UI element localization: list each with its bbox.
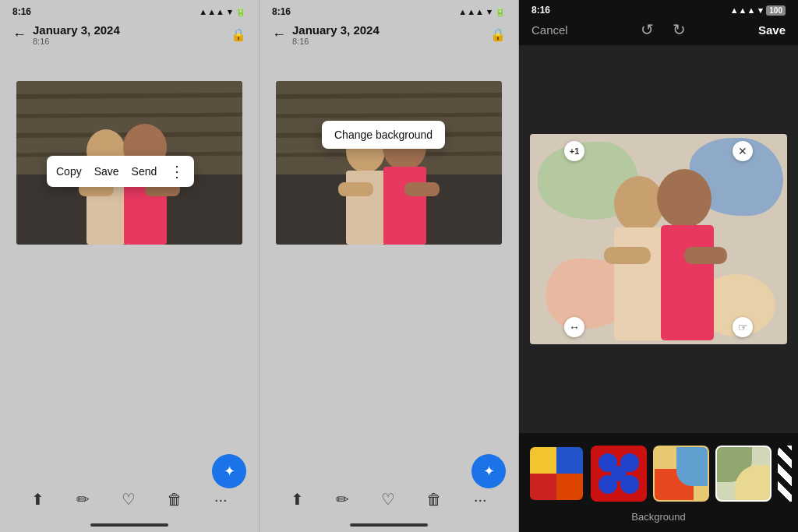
- share-icon-2[interactable]: ⬆: [291, 490, 304, 509]
- back-arrow-1[interactable]: ←: [12, 26, 26, 43]
- phone-panel-1: 8:16 ▲▲▲ ▾ 🔋 ← January 3, 2024 8:16 🔒 Co…: [0, 0, 260, 532]
- handle-bl[interactable]: ↔: [564, 317, 584, 337]
- header-left-2: ← January 3, 2024 8:16: [272, 23, 380, 46]
- editor-status-bar: 8:16 ▲▲▲ ▾ 100: [519, 0, 798, 17]
- more-icon-2[interactable]: ···: [474, 491, 487, 509]
- svg-rect-29: [661, 225, 714, 340]
- spacer-2: [260, 269, 518, 481]
- svg-line-3: [16, 115, 242, 116]
- copy-button[interactable]: Copy: [56, 165, 82, 178]
- subject-container: +1 ✕ ↔ ☞: [561, 138, 756, 340]
- photo-subject: +1 ✕ ↔ ☞: [530, 134, 787, 344]
- bg-scroll: [525, 442, 792, 505]
- svg-line-16: [276, 115, 502, 116]
- wifi-icon-1: ▾: [228, 7, 232, 17]
- bg-thumb-1-tl: [530, 447, 556, 474]
- lock-icon-2: 🔒: [490, 27, 506, 42]
- editor-wifi-icon: ▾: [758, 5, 763, 16]
- status-bar-2: 8:16 ▲▲▲ ▾ 🔋: [260, 0, 518, 20]
- svg-point-28: [657, 169, 711, 228]
- header-title-2: January 3, 2024: [292, 23, 380, 37]
- signal-icon-2: ▲▲▲: [458, 7, 484, 16]
- bg-thumb-1-bl: [530, 474, 556, 500]
- cancel-button[interactable]: Cancel: [531, 23, 568, 37]
- send-button[interactable]: Send: [132, 165, 157, 178]
- editor-panel: 8:16 ▲▲▲ ▾ 100 Cancel ↺ ↻ Save: [519, 0, 798, 532]
- status-icons-1: ▲▲▲ ▾ 🔋: [199, 7, 246, 17]
- bg-thumb-3[interactable]: [653, 446, 709, 502]
- header-text-1: January 3, 2024 8:16: [33, 23, 120, 46]
- save-button[interactable]: Save: [94, 165, 119, 178]
- wifi-icon-2: ▾: [487, 7, 492, 17]
- context-menu: Copy Save Send ⋮: [47, 156, 194, 187]
- trash-icon-1[interactable]: 🗑: [167, 491, 182, 509]
- header-sub-1: 8:16: [33, 37, 120, 46]
- photo-2: [276, 81, 502, 245]
- heart-icon-1[interactable]: ♡: [122, 490, 136, 509]
- back-arrow-2[interactable]: ←: [272, 26, 286, 43]
- time-1: 8:16: [12, 6, 31, 17]
- header-left-1: ← January 3, 2024 8:16: [12, 23, 120, 46]
- header-bar-2: ← January 3, 2024 8:16 🔒: [260, 20, 518, 51]
- more-icon-1[interactable]: ···: [214, 491, 228, 509]
- svg-rect-27: [614, 227, 664, 340]
- bg-section-label: Background: [525, 505, 792, 526]
- editor-status-icons: ▲▲▲ ▾ 100: [730, 5, 786, 16]
- bg-selector: Background: [519, 433, 798, 532]
- svg-rect-23: [383, 167, 426, 245]
- subject-svg: [561, 138, 756, 340]
- tooltip-bubble: Change background: [322, 121, 445, 149]
- bg-thumb-4[interactable]: [715, 446, 772, 502]
- more-dots[interactable]: ⋮: [169, 162, 185, 181]
- svg-line-2: [16, 95, 242, 97]
- home-indicator-1: [0, 518, 259, 532]
- bottom-toolbar-1: ⬆ ✏ ♡ 🗑 ···: [0, 481, 259, 518]
- editor-save-button[interactable]: Save: [758, 23, 786, 37]
- status-bar-1: 8:16 ▲▲▲ ▾ 🔋: [0, 0, 259, 20]
- home-bar-2: [350, 523, 428, 527]
- home-bar-1: [90, 523, 168, 527]
- header-text-2: January 3, 2024 8:16: [292, 23, 380, 46]
- editor-actions-bar: Cancel ↺ ↻ Save: [519, 17, 798, 45]
- bg-thumb-1-br: [556, 474, 583, 500]
- bg-thumb-3-shape2: [676, 447, 708, 486]
- undo-icon[interactable]: ↺: [641, 20, 654, 39]
- handle-tr[interactable]: ✕: [733, 141, 753, 161]
- bg-thumb-2[interactable]: [591, 446, 647, 502]
- signal-icon-1: ▲▲▲: [199, 7, 224, 16]
- share-icon-1[interactable]: ⬆: [31, 490, 44, 509]
- editor-signal-icon: ▲▲▲: [730, 5, 756, 15]
- editor-photo-area: +1 ✕ ↔ ☞: [519, 45, 798, 433]
- photo-area-2: [260, 57, 518, 269]
- time-2: 8:16: [272, 6, 291, 17]
- editor-battery-icon: 100: [766, 5, 786, 16]
- svg-rect-24: [338, 182, 373, 196]
- bg-thumb-1[interactable]: [528, 446, 584, 502]
- edit-icon-2[interactable]: ✏: [336, 490, 349, 509]
- spacer-1: [0, 269, 259, 481]
- editor-canvas: +1 ✕ ↔ ☞: [530, 134, 787, 344]
- svg-rect-25: [404, 182, 440, 196]
- bg-thumb-1-tr: [556, 447, 583, 474]
- svg-rect-21: [346, 171, 385, 245]
- home-indicator-2: [260, 518, 518, 532]
- battery-icon-1: 🔋: [235, 7, 246, 17]
- status-icons-2: ▲▲▲ ▾ 🔋: [458, 7, 506, 17]
- undo-redo-group: ↺ ↻: [641, 20, 686, 39]
- handle-br[interactable]: ☞: [733, 317, 753, 337]
- heart-icon-2[interactable]: ♡: [381, 490, 395, 509]
- svg-point-26: [614, 176, 664, 232]
- fab-btn-1[interactable]: ✦: [212, 454, 246, 488]
- edit-icon-1[interactable]: ✏: [76, 490, 90, 509]
- trash-icon-2[interactable]: 🗑: [426, 491, 442, 509]
- bg-thumb-5[interactable]: [778, 446, 792, 502]
- header-title-1: January 3, 2024: [33, 23, 120, 37]
- fab-btn-2[interactable]: ✦: [471, 454, 506, 488]
- header-sub-2: 8:16: [292, 37, 380, 46]
- header-bar-1: ← January 3, 2024 8:16 🔒: [0, 20, 259, 51]
- bg-thumb-2-circle5: [611, 466, 627, 481]
- svg-rect-30: [604, 247, 651, 264]
- redo-icon[interactable]: ↻: [673, 20, 686, 39]
- handle-tl[interactable]: +1: [564, 141, 584, 161]
- photo-svg-2: [276, 81, 502, 245]
